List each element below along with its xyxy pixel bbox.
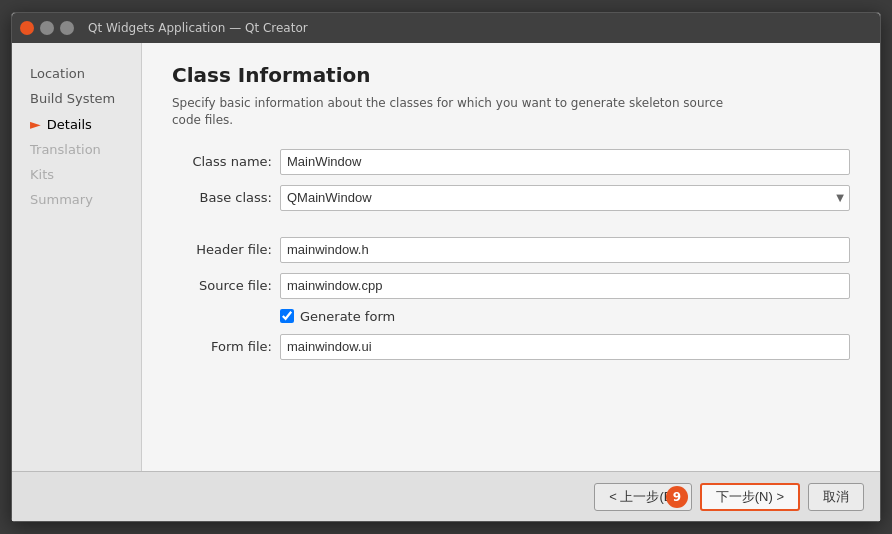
sidebar-item-details[interactable]: ► Details: [22, 113, 131, 135]
main-window: Qt Widgets Application — Qt Creator Loca…: [11, 12, 881, 522]
main-panel: Class Information Specify basic informat…: [142, 43, 880, 471]
sidebar-label-build-system: Build System: [30, 91, 115, 106]
sidebar-label-summary: Summary: [30, 192, 93, 207]
header-file-input[interactable]: [280, 237, 850, 263]
form-section: Class name: Base class: QMainWindow QWid…: [172, 149, 850, 360]
source-file-row: Source file:: [172, 273, 850, 299]
form-file-row: Form file:: [172, 334, 850, 360]
panel-title: Class Information: [172, 63, 850, 87]
sidebar-item-location[interactable]: Location: [22, 63, 131, 84]
step-badge: 9: [666, 486, 688, 508]
maximize-button[interactable]: [60, 21, 74, 35]
base-class-select[interactable]: QMainWindow QWidget QDialog: [280, 185, 850, 211]
active-arrow-icon: ►: [30, 116, 41, 132]
base-class-label: Base class:: [172, 190, 272, 205]
generate-form-row: Generate form: [280, 309, 850, 324]
base-class-select-wrapper: QMainWindow QWidget QDialog ▼: [280, 185, 850, 211]
class-name-label: Class name:: [172, 154, 272, 169]
title-bar: Qt Widgets Application — Qt Creator: [12, 13, 880, 43]
cancel-button[interactable]: 取消: [808, 483, 864, 511]
sidebar-item-build-system[interactable]: Build System: [22, 88, 131, 109]
panel-description: Specify basic information about the clas…: [172, 95, 732, 129]
class-name-row: Class name:: [172, 149, 850, 175]
generate-form-checkbox[interactable]: [280, 309, 294, 323]
sidebar-label-details: Details: [47, 117, 92, 132]
close-button[interactable]: [20, 21, 34, 35]
source-file-label: Source file:: [172, 278, 272, 293]
generate-form-label: Generate form: [300, 309, 395, 324]
sidebar: Location Build System ► Details Translat…: [12, 43, 142, 471]
header-file-row: Header file:: [172, 237, 850, 263]
minimize-button[interactable]: [40, 21, 54, 35]
content-area: Location Build System ► Details Translat…: [12, 43, 880, 471]
next-button[interactable]: 下一步(N) >: [700, 483, 800, 511]
sidebar-label-location: Location: [30, 66, 85, 81]
source-file-input[interactable]: [280, 273, 850, 299]
window-title: Qt Widgets Application — Qt Creator: [88, 21, 308, 35]
class-name-input[interactable]: [280, 149, 850, 175]
sidebar-label-kits: Kits: [30, 167, 54, 182]
button-bar: 9 < 上一步(B) 下一步(N) > 取消: [12, 471, 880, 521]
sidebar-item-translation: Translation: [22, 139, 131, 160]
form-file-label: Form file:: [172, 339, 272, 354]
sidebar-item-kits: Kits: [22, 164, 131, 185]
base-class-row: Base class: QMainWindow QWidget QDialog …: [172, 185, 850, 211]
sidebar-label-translation: Translation: [30, 142, 101, 157]
form-file-input[interactable]: [280, 334, 850, 360]
header-file-label: Header file:: [172, 242, 272, 257]
sidebar-item-summary: Summary: [22, 189, 131, 210]
